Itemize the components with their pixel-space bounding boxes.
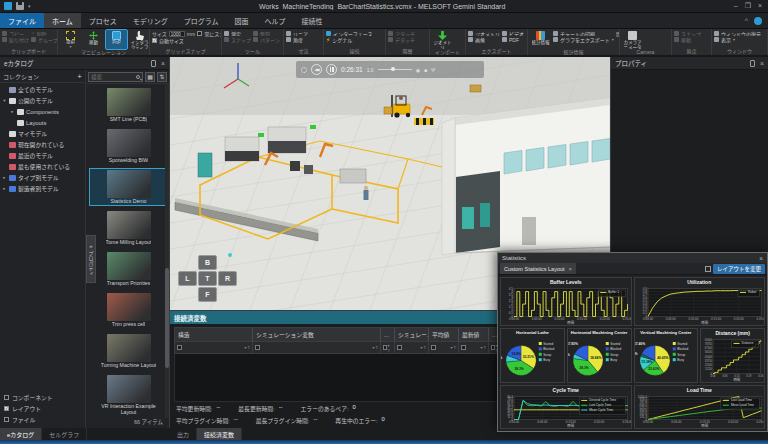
change-layout-button[interactable]: レイアウトを変更	[713, 264, 765, 274]
ribbon-statistics[interactable]: 統計情報	[530, 30, 551, 49]
menu-tab-drawing[interactable]: 図面	[227, 13, 257, 28]
variables-filter-2[interactable]: ▾ T	[381, 341, 395, 353]
sim-reset-button[interactable]: ◀◀	[311, 64, 322, 75]
ribbon-export-pdf[interactable]: PDF	[502, 36, 524, 42]
tree-item-models-by-manufacturer[interactable]: ▸製造者別モデル	[0, 183, 85, 194]
tree-item-currently-open[interactable]: 現在開かれている	[0, 139, 85, 150]
pin-icon[interactable]	[750, 60, 755, 67]
close-icon[interactable]: ×	[161, 60, 165, 67]
filter-checkbox-0[interactable]: コンポーネント	[4, 393, 81, 402]
save-button[interactable]	[16, 2, 24, 10]
search-box[interactable]	[88, 72, 143, 82]
tree-item-public-models[interactable]: ▾公開のモデル	[0, 95, 85, 106]
sim-speed-slider[interactable]	[378, 69, 412, 70]
ribbon-pnp[interactable]: PnP	[106, 30, 127, 49]
navcube-front[interactable]: F	[198, 287, 217, 302]
menu-tab-process[interactable]: プロセス	[81, 13, 125, 28]
catalog-tab-1[interactable]: セルグラフ	[42, 428, 87, 440]
catalog-item-0[interactable]: SMT Line (PCB)	[89, 86, 168, 124]
layout-toggle-icon[interactable]	[705, 266, 711, 272]
network-icon[interactable]: Ψ	[431, 67, 435, 73]
collapse-ribbon-icon[interactable]: ^	[745, 17, 748, 24]
menu-tab-file[interactable]: ファイル	[0, 13, 44, 28]
close-icon[interactable]: ×	[760, 60, 764, 67]
catalog-item-2[interactable]: Statistics Demo	[89, 168, 168, 206]
add-collection-button[interactable]: +	[77, 72, 82, 81]
filter-checkbox-2[interactable]: ファイル	[4, 415, 81, 424]
close-icon[interactable]: ×	[759, 255, 763, 262]
variables-column-2[interactable]: ...	[381, 328, 395, 341]
variables-filter-4[interactable]: ▾ T	[429, 341, 459, 353]
panel-tab-1[interactable]: 接続済変数	[197, 428, 242, 440]
catalog-scrollbar[interactable]	[165, 84, 169, 418]
variables-column-4[interactable]: 平均値	[429, 328, 459, 341]
ribbon-export-graph[interactable]: グラフをエクスポート▾	[553, 36, 614, 42]
catalog-item-6[interactable]: Turning Machine Layout	[89, 332, 168, 370]
tree-item-my-models[interactable]: マイモデル	[0, 128, 85, 139]
variables-filter-1[interactable]: ▾ T	[253, 341, 381, 353]
pin-icon[interactable]	[151, 60, 156, 67]
tree-item-components[interactable]: ▸Components	[0, 106, 85, 117]
catalog-item-7[interactable]: VR Interaction Example Layout	[89, 373, 168, 417]
ribbon-select[interactable]: 選択▾	[60, 30, 81, 49]
minimize-button[interactable]: –	[734, 2, 738, 10]
grid-view-icon[interactable]: ▦	[145, 72, 155, 82]
ribbon-interactive[interactable]: インタラクティブ	[129, 30, 150, 49]
svg-text:0:05:00: 0:05:00	[532, 317, 542, 321]
menu-tab-connectivity[interactable]: 接続性	[294, 13, 331, 28]
grid-size-field[interactable]: 1000	[169, 31, 185, 37]
variables-filter-3[interactable]: ▾ T	[395, 341, 429, 353]
search-input[interactable]	[91, 74, 136, 80]
filter-checkbox-1[interactable]: ✓レイアウト	[4, 404, 81, 413]
catalog-item-4[interactable]: Transport Priorities	[89, 250, 168, 288]
menu-tab-modeling[interactable]: モデリング	[125, 13, 176, 28]
statistics-layout-tab[interactable]: Custom Statistics Layout ×	[500, 263, 576, 274]
sort-icon[interactable]: ⇅	[157, 72, 167, 82]
ribbon-export-image[interactable]: 画像	[468, 36, 500, 42]
catalog-tab-0[interactable]: eカタログ	[0, 428, 42, 440]
menu-tab-program[interactable]: プログラム	[176, 13, 227, 28]
tree-item-layouts[interactable]: Layouts	[0, 117, 85, 128]
close-tab-icon[interactable]: ×	[569, 266, 573, 272]
ribbon-always-snap[interactable]: 常にスナップ	[197, 30, 222, 36]
variables-column-0[interactable]: 構造	[175, 328, 253, 341]
tree-item-models-by-type[interactable]: ▸タイプ別モデル	[0, 172, 85, 183]
ribbon-display[interactable]: 表示▾	[714, 36, 761, 42]
navcube-left[interactable]: L	[178, 271, 197, 286]
variables-column-1[interactable]: シミュレーション変数	[253, 328, 381, 341]
catalog-item-3[interactable]: Tome Milling Layout	[89, 209, 168, 247]
navcube-top[interactable]: T	[198, 271, 217, 286]
worker-figure[interactable]	[364, 186, 369, 200]
variables-column-3[interactable]: シミュレー...	[395, 328, 429, 341]
close-button[interactable]: ×	[758, 2, 762, 10]
factory-building[interactable]	[442, 98, 610, 255]
sim-pause-button[interactable]	[326, 64, 337, 75]
menu-tab-home[interactable]: ホーム	[44, 13, 81, 28]
ribbon-signal[interactable]: ⚡シグナル	[326, 36, 372, 42]
video-icon[interactable]: ■	[424, 67, 427, 73]
ribbon-camera-animator[interactable]: カメラアニメーター	[622, 30, 643, 49]
variables-filter-0[interactable]: ▾ T	[175, 341, 253, 353]
tree-item-all-models[interactable]: 全てのモデル	[0, 84, 85, 95]
navigation-cube[interactable]: B L T R F	[178, 255, 240, 305]
catalog-item-5[interactable]: Trim press cell	[89, 291, 168, 329]
ribbon-angular[interactable]: 角度	[286, 36, 308, 42]
tree-item-most-used[interactable]: 最も使用されている	[0, 161, 85, 172]
ribbon-auto-size[interactable]: ✓自動サイズ	[152, 37, 195, 43]
record-icon[interactable]: ◉	[416, 67, 420, 73]
panel-tab-0[interactable]: 出力	[170, 428, 197, 440]
help-icon[interactable]	[754, 17, 762, 25]
maximize-button[interactable]: ❐	[745, 2, 751, 10]
navcube-corner-dot[interactable]	[228, 253, 232, 257]
navcube-right[interactable]: R	[218, 271, 237, 286]
tree-item-recent-models[interactable]: 最近のモデル	[0, 150, 85, 161]
navcube-back[interactable]: B	[198, 255, 217, 270]
ribbon-move[interactable]: 移動	[83, 30, 104, 49]
variables-filter-5[interactable]: ▾ T	[459, 341, 489, 353]
sim-settings-icon[interactable]	[301, 67, 307, 73]
variables-column-5[interactable]: 最新値	[459, 328, 489, 341]
collections-collapse-tab[interactable]: « プロパティ	[86, 235, 96, 283]
ribbon-import-geometry[interactable]: ジオメトリ	[432, 30, 453, 49]
catalog-item-1[interactable]: Spotwelding BIW	[89, 127, 168, 165]
menu-tab-help[interactable]: ヘルプ	[257, 13, 294, 28]
